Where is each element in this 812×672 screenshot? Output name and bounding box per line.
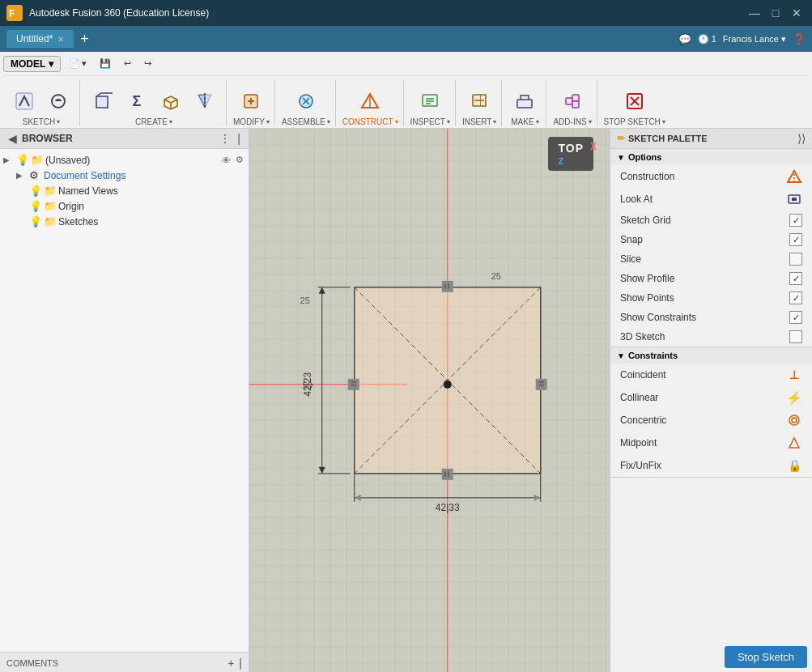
concentric-row[interactable]: Concentric [610, 409, 812, 432]
collinear-icon: ⚡ [786, 389, 802, 406]
palette-title: ✏ SKETCH PALETTE [617, 133, 708, 144]
showconstraints-row[interactable]: Show Constraints [610, 308, 812, 327]
addins-btn[interactable] [556, 87, 589, 116]
lookat-icon [786, 191, 802, 207]
inspect-btn[interactable] [414, 87, 446, 116]
save-button[interactable]: 💾 [95, 57, 116, 70]
sketch-tool-btn[interactable] [8, 87, 40, 116]
chat-icon[interactable]: 💬 [678, 33, 691, 45]
create-box-btn[interactable] [87, 87, 119, 116]
tree-item-doc-settings[interactable]: ▶ ⚙ Document Settings [0, 168, 249, 183]
document-tab[interactable]: Untitled* ✕ [6, 30, 74, 48]
sketch2-tool-btn[interactable] [42, 87, 74, 116]
insert-btn[interactable] [463, 87, 495, 116]
model-arrow: ▾ [49, 58, 53, 70]
construction-row[interactable]: Construction [610, 165, 812, 188]
midpoint-row[interactable]: Midpoint [610, 432, 812, 454]
browser-options-btn[interactable]: ⋮ [218, 132, 232, 145]
3dsketch-label: 3D Sketch [620, 331, 665, 342]
browser-collapse-btn[interactable]: ◀ [6, 132, 19, 145]
sketchgrid-checkbox[interactable] [789, 214, 802, 227]
make-btn[interactable] [508, 87, 541, 116]
stop-sketch-palette-btn[interactable]: Stop Sketch [725, 646, 807, 668]
svg-text:F: F [9, 8, 15, 19]
3dsketch-row[interactable]: 3D Sketch [610, 327, 812, 347]
tree-item-named-views[interactable]: ▶ 💡 📁 Named Views [0, 183, 249, 198]
tree-item-origin[interactable]: ▶ 💡 📁 Origin [0, 198, 249, 214]
modify-group-label[interactable]: MODIFY ▾ [233, 117, 270, 126]
create-extrude-btn[interactable] [155, 87, 187, 116]
palette-content: ▼ Options Construction Look At [610, 149, 812, 641]
comments-add-btn[interactable]: + [227, 657, 234, 670]
showpoints-row[interactable]: Show Points [610, 288, 812, 308]
addins-group-label[interactable]: ADD-INS ▾ [553, 117, 591, 126]
assemble-btn[interactable] [290, 87, 322, 116]
slice-label: Slice [620, 253, 641, 265]
stop-sketch-group-label[interactable]: STOP SKETCH ▾ [604, 117, 665, 126]
sketch-palette: ✏ SKETCH PALETTE ⟩⟩ ▼ Options Constructi… [610, 129, 812, 672]
construct-btn[interactable] [354, 87, 386, 116]
new-tab-button[interactable]: + [74, 31, 96, 48]
stop-sketch-toolbar-btn[interactable] [619, 87, 651, 116]
snap-row[interactable]: Snap [610, 230, 812, 249]
coincident-label: Coincident [620, 369, 666, 381]
browser-pin-btn[interactable]: | [236, 132, 242, 145]
tree-item-sketches[interactable]: ▶ 💡 📁 Sketches [0, 214, 249, 229]
sketch-group-label[interactable]: SKETCH ▾ [23, 117, 61, 126]
create-group-label[interactable]: CREATE ▾ [135, 117, 172, 126]
help-icon[interactable]: ❓ [793, 33, 806, 45]
sketches-folder-icon: 📁 [44, 215, 57, 228]
collinear-row[interactable]: Collinear ⚡ [610, 386, 812, 409]
root-eye-btn[interactable]: 👁 [220, 155, 232, 165]
history-icon[interactable]: 🕐 1 [698, 34, 716, 45]
root-settings-btn[interactable]: ⚙ [234, 155, 245, 165]
svg-marker-29 [789, 438, 799, 448]
sketches-label: Sketches [58, 216, 245, 228]
redo-button[interactable]: ↪ [139, 57, 156, 70]
showconstraints-checkbox[interactable] [789, 311, 802, 324]
assemble-group: ASSEMBLE ▾ [277, 79, 336, 126]
create-sigma-btn[interactable]: Σ [121, 87, 153, 116]
comments-pin-btn[interactable]: | [239, 657, 242, 670]
maximize-button[interactable]: □ [767, 4, 784, 22]
tab-close-icon[interactable]: ✕ [57, 35, 64, 44]
snap-checkbox[interactable] [789, 233, 802, 246]
extrude-icon [161, 91, 181, 111]
modify-btn[interactable] [235, 87, 267, 116]
slice-row[interactable]: Slice [610, 249, 812, 269]
options-section-header[interactable]: ▼ Options [610, 149, 812, 165]
redo-icon: ↪ [144, 58, 151, 69]
showconstraints-label: Show Constraints [620, 312, 696, 323]
inspect-group-label[interactable]: INSPECT ▾ [410, 117, 450, 126]
canvas-area[interactable]: TOP Z X [249, 129, 610, 672]
insert-icon [470, 91, 489, 111]
slice-checkbox[interactable] [789, 253, 802, 266]
undo-button[interactable]: ↩ [119, 57, 136, 70]
palette-expand-btn[interactable]: ⟩⟩ [797, 132, 806, 145]
model-dropdown[interactable]: MODEL ▾ [3, 56, 61, 72]
sketchgrid-row[interactable]: Sketch Grid [610, 211, 812, 230]
create-mirror-btn[interactable] [189, 87, 221, 116]
midpoint-icon [786, 435, 802, 451]
coincident-row[interactable]: Coincident ⊥ [610, 364, 812, 386]
browser-tree: ▶ 💡 📁 (Unsaved) 👁 ⚙ ▶ ⚙ Document Setting… [0, 149, 249, 652]
new-button[interactable]: 📄▾ [64, 57, 91, 70]
showpoints-checkbox[interactable] [789, 291, 802, 304]
mirror-icon [195, 91, 215, 111]
insert-group-label[interactable]: INSERT ▾ [462, 117, 497, 126]
lookat-row[interactable]: Look At [610, 188, 812, 211]
fix-row[interactable]: Fix/UnFix 🔒 [610, 454, 812, 477]
3dsketch-checkbox[interactable] [789, 330, 802, 343]
user-menu[interactable]: Francis Lance ▾ [723, 34, 786, 45]
svg-point-28 [792, 418, 797, 423]
tree-item-root[interactable]: ▶ 💡 📁 (Unsaved) 👁 ⚙ [0, 152, 249, 168]
make-group-label[interactable]: MAKE ▾ [511, 117, 538, 126]
sketch2-icon [49, 91, 68, 111]
assemble-group-label[interactable]: ASSEMBLE ▾ [282, 117, 330, 126]
showprofile-row[interactable]: Show Profile [610, 269, 812, 288]
close-button[interactable]: ✕ [788, 4, 806, 22]
minimize-button[interactable]: — [746, 4, 763, 22]
constraints-section-header[interactable]: ▼ Constraints [610, 347, 812, 364]
showprofile-checkbox[interactable] [789, 272, 802, 285]
construct-group-label[interactable]: CONSTRUCT ▾ [342, 117, 398, 126]
